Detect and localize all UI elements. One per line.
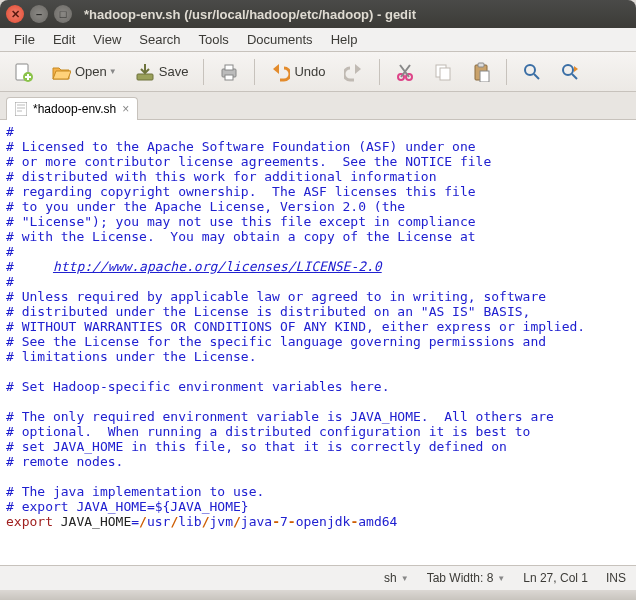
menu-edit[interactable]: Edit — [45, 30, 83, 49]
text-editor[interactable]: # # Licensed to the Apache Software Foun… — [0, 120, 636, 566]
svg-rect-4 — [225, 65, 233, 70]
window-title: *hadoop-env.sh (/usr/local/hadoop/etc/ha… — [84, 7, 416, 22]
paste-button[interactable] — [464, 57, 498, 87]
menu-tools[interactable]: Tools — [191, 30, 237, 49]
print-icon — [219, 62, 239, 82]
find-button[interactable] — [515, 57, 549, 87]
cut-icon — [395, 62, 415, 82]
open-dropdown-icon[interactable]: ▼ — [109, 67, 117, 76]
insert-mode[interactable]: INS — [606, 571, 626, 585]
copy-icon — [433, 62, 453, 82]
search-replace-icon — [560, 62, 580, 82]
svg-rect-2 — [137, 74, 153, 80]
document-tab[interactable]: *hadoop-env.sh × — [6, 97, 138, 120]
tab-strip: *hadoop-env.sh × — [0, 92, 636, 120]
search-icon — [522, 62, 542, 82]
print-button[interactable] — [212, 57, 246, 87]
toolbar: Open ▼ Save Undo — [0, 52, 636, 92]
menu-search[interactable]: Search — [131, 30, 188, 49]
svg-rect-15 — [15, 102, 27, 116]
save-button[interactable]: Save — [128, 57, 196, 87]
tab-label: *hadoop-env.sh — [33, 102, 116, 116]
find-replace-button[interactable] — [553, 57, 587, 87]
undo-label: Undo — [294, 64, 325, 79]
menu-documents[interactable]: Documents — [239, 30, 321, 49]
svg-rect-12 — [480, 71, 489, 82]
menubar: File Edit View Search Tools Documents He… — [0, 28, 636, 52]
new-file-icon — [13, 62, 33, 82]
save-label: Save — [159, 64, 189, 79]
tab-close-icon[interactable]: × — [122, 102, 129, 116]
close-window-button[interactable]: ✕ — [6, 5, 24, 23]
open-button[interactable]: Open ▼ — [44, 57, 124, 87]
save-icon — [135, 62, 155, 82]
document-icon — [15, 102, 27, 116]
toolbar-separator — [506, 59, 507, 85]
window-titlebar: ✕ – □ *hadoop-env.sh (/usr/local/hadoop/… — [0, 0, 636, 28]
window-resize-edge[interactable] — [0, 590, 636, 600]
toolbar-separator — [379, 59, 380, 85]
undo-button[interactable]: Undo — [263, 57, 332, 87]
new-file-button[interactable] — [6, 57, 40, 87]
toolbar-separator — [203, 59, 204, 85]
minimize-window-button[interactable]: – — [30, 5, 48, 23]
maximize-window-button[interactable]: □ — [54, 5, 72, 23]
language-selector[interactable]: sh▼ — [384, 571, 409, 585]
cursor-position: Ln 27, Col 1 — [523, 571, 588, 585]
svg-rect-11 — [478, 63, 484, 67]
menu-file[interactable]: File — [6, 30, 43, 49]
svg-rect-5 — [225, 75, 233, 80]
copy-button[interactable] — [426, 57, 460, 87]
redo-icon — [344, 62, 364, 82]
svg-point-13 — [525, 65, 535, 75]
cut-button[interactable] — [388, 57, 422, 87]
folder-open-icon — [51, 62, 71, 82]
undo-icon — [270, 62, 290, 82]
open-label: Open — [75, 64, 107, 79]
redo-button[interactable] — [337, 57, 371, 87]
paste-icon — [471, 62, 491, 82]
menu-help[interactable]: Help — [323, 30, 366, 49]
status-bar: sh▼ Tab Width: 8▼ Ln 27, Col 1 INS — [0, 566, 636, 590]
toolbar-separator — [254, 59, 255, 85]
svg-point-14 — [563, 65, 573, 75]
tab-width-selector[interactable]: Tab Width: 8▼ — [427, 571, 506, 585]
svg-rect-9 — [440, 68, 450, 80]
menu-view[interactable]: View — [85, 30, 129, 49]
